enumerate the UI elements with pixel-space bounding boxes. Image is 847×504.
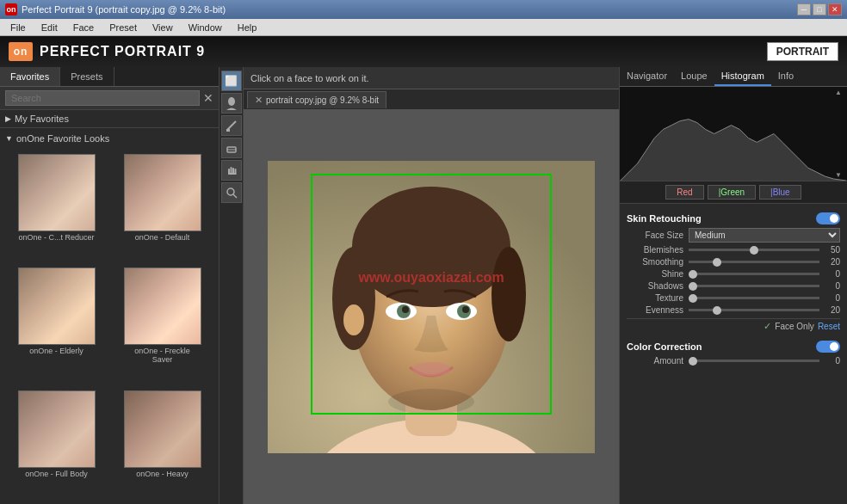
hand-icon	[226, 164, 238, 176]
presets-grid: onOne - C...t Reducer onOne - Default on…	[0, 151, 219, 504]
menu-edit[interactable]: Edit	[34, 21, 65, 34]
image-area: www.ouyaoxiazai.com	[244, 110, 619, 504]
shadows-label: Shadows	[627, 281, 689, 291]
svg-point-10	[227, 188, 234, 195]
reset-link[interactable]: Reset	[818, 322, 840, 331]
shadows-value: 0	[823, 281, 840, 291]
tab-close-icon[interactable]: ✕	[255, 95, 263, 106]
skin-retouching-label: Skin Retouching	[627, 213, 702, 224]
preset-label-3: onOne - Freckle Saver	[124, 347, 201, 364]
tab-navigator[interactable]: Navigator	[620, 67, 674, 86]
tab-bar: ✕ portrait copy.jpg @ 9.2% 8-bit	[244, 89, 619, 110]
face-size-select[interactable]: Small Medium Large	[689, 228, 840, 243]
controls-area: Skin Retouching Face Size Small Medium L…	[620, 204, 847, 504]
search-clear-icon[interactable]: ✕	[203, 91, 213, 105]
preset-thumb-inner-4	[19, 391, 95, 467]
color-correction-toggle[interactable]	[816, 341, 840, 353]
texture-slider[interactable]	[689, 297, 819, 299]
evenness-row: Evenness 20	[627, 305, 840, 315]
app-icon: on	[5, 3, 17, 15]
shine-slider[interactable]	[689, 273, 819, 275]
watermark: www.ouyaoxiazai.com	[358, 270, 504, 286]
amount-slider-wrap: 0	[689, 356, 840, 366]
preset-item-5[interactable]: onOne - Heavy	[111, 390, 213, 501]
smoothing-label: Smoothing	[627, 257, 689, 267]
evenness-slider[interactable]	[689, 309, 819, 311]
histogram-svg	[620, 87, 847, 181]
triangle-icon: ▶	[5, 114, 11, 123]
portrait-button[interactable]: PORTRAIT	[767, 42, 838, 61]
maximize-button[interactable]: □	[813, 3, 826, 15]
menu-window[interactable]: Window	[182, 21, 229, 34]
zoom-tool-button[interactable]	[221, 182, 242, 203]
skin-retouching-toggle[interactable]	[816, 212, 840, 224]
smoothing-slider[interactable]	[689, 261, 819, 263]
preset-thumb-5	[124, 390, 201, 468]
title-bar-left: on Perfect Portrait 9 (portrait copy.jpg…	[5, 3, 226, 15]
texture-value: 0	[823, 293, 840, 303]
search-input[interactable]	[5, 90, 200, 106]
menu-preset[interactable]: Preset	[102, 21, 144, 34]
onone-section: ▼ onOne Favorite Looks	[0, 128, 219, 151]
preset-item-0[interactable]: onOne - C...t Reducer	[5, 154, 108, 264]
preset-item-2[interactable]: onOne - Elderly	[5, 267, 108, 386]
shine-value: 0	[823, 269, 840, 279]
texture-row: Texture 0	[627, 293, 840, 303]
amount-slider[interactable]	[689, 360, 819, 362]
red-channel-button[interactable]: Red	[665, 185, 703, 200]
close-button[interactable]: ✕	[828, 3, 842, 15]
tab-favorites[interactable]: Favorites	[0, 67, 60, 86]
shine-label: Shine	[627, 269, 689, 279]
main-layout: Favorites Presets ✕ ▶ My Favorites ▼ onO…	[0, 67, 847, 504]
face-tool-button[interactable]	[221, 93, 242, 114]
blemishes-slider[interactable]	[689, 249, 819, 251]
color-channel-buttons: Red |Green |Blue	[620, 181, 847, 204]
left-panel: Favorites Presets ✕ ▶ My Favorites ▼ onO…	[0, 67, 219, 504]
svg-rect-9	[228, 173, 237, 175]
preset-item-3[interactable]: onOne - Freckle Saver	[111, 267, 213, 386]
menu-face[interactable]: Face	[66, 21, 101, 34]
preset-label-2: onOne - Elderly	[29, 347, 83, 355]
right-panel: Navigator Loupe Histogram Info ▲ ▼ Red |…	[619, 67, 847, 504]
file-tab[interactable]: ✕ portrait copy.jpg @ 9.2% 8-bit	[247, 91, 386, 108]
evenness-label: Evenness	[627, 305, 689, 315]
tab-presets[interactable]: Presets	[60, 67, 114, 86]
green-channel-button[interactable]: |Green	[708, 185, 756, 200]
preset-item-1[interactable]: onOne - Default	[111, 154, 213, 264]
logo-box: on	[9, 42, 33, 61]
onone-header[interactable]: ▼ onOne Favorite Looks	[5, 132, 213, 147]
menu-help[interactable]: Help	[231, 21, 264, 34]
svg-point-0	[228, 97, 235, 106]
file-tab-label: portrait copy.jpg @ 9.2% 8-bit	[266, 95, 379, 105]
eraser-tool-button[interactable]	[221, 138, 242, 158]
menu-file[interactable]: File	[3, 21, 33, 34]
center-toolbar: Click on a face to work on it.	[244, 67, 619, 89]
hand-tool-button[interactable]	[221, 160, 242, 181]
histogram-area: ▲ ▼	[620, 87, 847, 181]
preset-thumb-2	[18, 267, 96, 345]
preset-thumb-inner-0	[19, 155, 95, 230]
menu-view[interactable]: View	[145, 21, 180, 34]
tab-loupe[interactable]: Loupe	[674, 67, 714, 86]
shadows-slider[interactable]	[689, 285, 819, 287]
my-favorites-section[interactable]: ▶ My Favorites	[0, 110, 219, 128]
face-size-row: Face Size Small Medium Large	[627, 228, 840, 243]
selection-tool-button[interactable]: ⬜	[221, 71, 242, 91]
preset-thumb-3	[124, 267, 201, 345]
tab-info[interactable]: Info	[771, 67, 801, 86]
minimize-button[interactable]: ─	[797, 3, 811, 15]
blue-channel-button[interactable]: |Blue	[759, 185, 801, 200]
preset-label-4: onOne - Full Body	[25, 470, 88, 478]
blemishes-row: Blemishes 50	[627, 245, 840, 255]
menu-bar: File Edit Face Preset View Window Help	[0, 19, 847, 36]
smoothing-value: 20	[823, 257, 840, 267]
preset-label-0: onOne - C...t Reducer	[18, 233, 94, 242]
tab-histogram[interactable]: Histogram	[714, 67, 771, 86]
center-area: ⬜	[219, 67, 619, 504]
face-detection-box	[311, 174, 552, 415]
portrait-image: www.ouyaoxiazai.com	[268, 161, 595, 453]
brush-tool-button[interactable]	[221, 115, 242, 136]
amount-row: Amount 0	[627, 356, 840, 366]
window-title: Perfect Portrait 9 (portrait copy.jpg @ …	[22, 4, 226, 15]
preset-item-4[interactable]: onOne - Full Body	[5, 390, 108, 501]
